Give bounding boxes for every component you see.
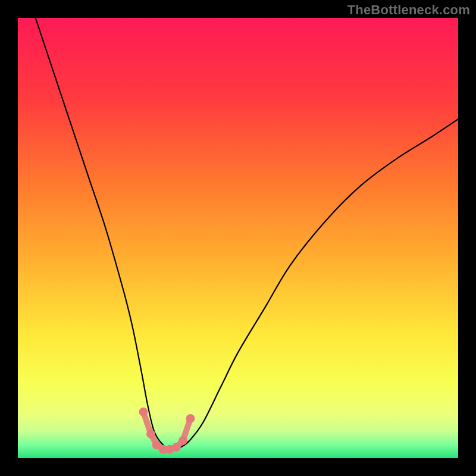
watermark-text: TheBottleneck.com [347, 2, 470, 18]
marker-dot [178, 436, 187, 445]
chart-svg [18, 18, 458, 458]
marker-dot [172, 443, 181, 452]
minimum-markers [139, 408, 195, 454]
marker-dot [139, 408, 148, 416]
plot-area [18, 18, 458, 458]
chart-frame: TheBottleneck.com [0, 0, 476, 476]
bottleneck-curve [36, 18, 458, 449]
marker-dot [186, 414, 195, 423]
marker-dot [146, 430, 155, 439]
